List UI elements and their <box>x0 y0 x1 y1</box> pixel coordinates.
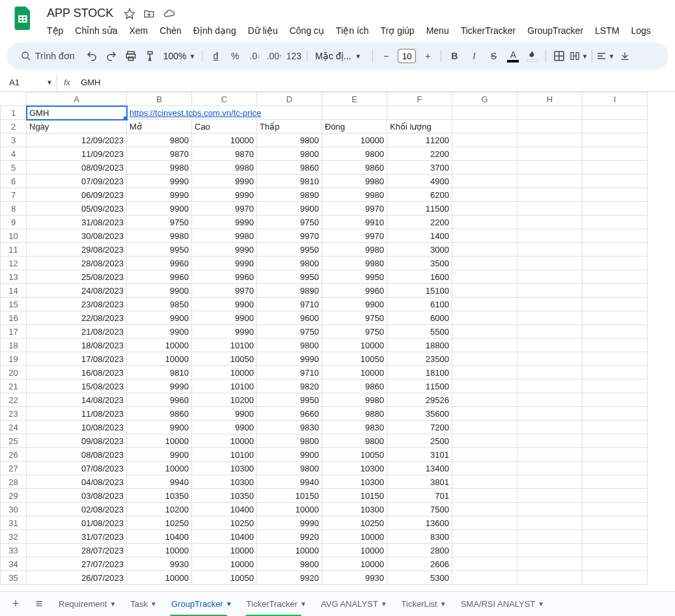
cell[interactable] <box>517 407 583 421</box>
cell[interactable]: 10100 <box>192 380 257 393</box>
menu-lstm[interactable]: LSTM <box>590 23 624 38</box>
cell[interactable]: 10250 <box>192 516 257 530</box>
spreadsheet-grid[interactable]: ABCDEFGHI 1GMHhttps://tcinvest.tcbs.com.… <box>0 92 648 585</box>
cell[interactable]: 9710 <box>257 298 322 311</box>
cell[interactable]: 9750 <box>257 325 322 339</box>
cell[interactable] <box>517 133 583 147</box>
menu-grouptracker[interactable]: GroupTracker <box>522 23 588 38</box>
cell[interactable]: 10400 <box>192 503 257 516</box>
cell[interactable] <box>583 475 648 489</box>
cell[interactable] <box>583 489 648 503</box>
cell[interactable]: 9660 <box>257 407 322 421</box>
cell[interactable]: 9980 <box>322 393 387 407</box>
cell[interactable]: 7500 <box>387 503 452 516</box>
formula-input[interactable]: GMH <box>77 77 670 87</box>
cell[interactable] <box>517 557 583 571</box>
cell[interactable]: 13600 <box>387 516 452 530</box>
cell[interactable]: 16/08/2023 <box>27 366 127 380</box>
cell[interactable]: 9900 <box>192 311 257 325</box>
cell[interactable] <box>452 133 517 147</box>
cell[interactable] <box>517 448 583 462</box>
cell[interactable] <box>452 284 517 298</box>
cell[interactable]: 13400 <box>387 462 452 475</box>
cell[interactable]: 9990 <box>257 352 322 366</box>
cell[interactable]: 2200 <box>387 216 452 229</box>
column-header-I[interactable]: I <box>583 92 648 106</box>
cell[interactable]: 10000 <box>192 366 257 380</box>
cell[interactable]: 07/09/2023 <box>27 175 127 188</box>
cell[interactable]: 18800 <box>387 339 452 352</box>
cell[interactable]: 31/08/2023 <box>27 216 127 229</box>
cell[interactable] <box>452 339 517 352</box>
cell[interactable]: 10300 <box>322 503 387 516</box>
cell[interactable]: 9800 <box>257 133 322 147</box>
cell[interactable]: 5500 <box>387 325 452 339</box>
cell[interactable] <box>517 106 583 120</box>
cell[interactable] <box>452 188 517 202</box>
row-header[interactable]: 28 <box>1 475 27 489</box>
cell[interactable]: 9850 <box>127 298 192 311</box>
cell[interactable]: 10000 <box>127 339 192 352</box>
more-toolbar-button[interactable] <box>616 47 634 65</box>
cell[interactable]: 22/08/2023 <box>27 311 127 325</box>
row-header[interactable]: 15 <box>1 298 27 311</box>
cell[interactable]: 9860 <box>127 407 192 421</box>
cell[interactable]: GMH <box>27 106 127 120</box>
cell[interactable]: Khối lượng <box>387 120 452 133</box>
sheet-tab-grouptracker[interactable]: GroupTracker▼ <box>165 592 239 617</box>
row-header[interactable]: 25 <box>1 434 27 448</box>
cell[interactable] <box>452 202 517 216</box>
row-header[interactable]: 13 <box>1 270 27 284</box>
cell[interactable] <box>517 571 583 585</box>
cell[interactable] <box>583 120 648 133</box>
more-formats-button[interactable]: 123 <box>284 47 303 65</box>
row-header[interactable]: 5 <box>1 161 27 175</box>
cell[interactable]: 3801 <box>387 475 452 489</box>
cell[interactable]: 3700 <box>387 161 452 175</box>
cell[interactable]: 9980 <box>322 175 387 188</box>
cell[interactable]: 03/08/2023 <box>27 489 127 503</box>
cell[interactable]: 9970 <box>192 202 257 216</box>
cell[interactable]: 9990 <box>127 380 192 393</box>
cell[interactable] <box>583 106 648 120</box>
cell[interactable] <box>517 175 583 188</box>
cell[interactable] <box>452 393 517 407</box>
cell[interactable]: 02/08/2023 <box>27 503 127 516</box>
cell[interactable]: 10400 <box>192 530 257 544</box>
cell[interactable] <box>517 298 583 311</box>
cell[interactable]: 9900 <box>257 448 322 462</box>
cell[interactable]: 01/08/2023 <box>27 516 127 530</box>
cell[interactable]: 9900 <box>127 284 192 298</box>
cell[interactable]: 10000 <box>127 571 192 585</box>
cell[interactable]: 28/08/2023 <box>27 257 127 270</box>
menu-chỉnh-sửa[interactable]: Chỉnh sửa <box>70 23 122 38</box>
cell[interactable]: 2800 <box>387 544 452 557</box>
cell[interactable] <box>583 202 648 216</box>
cell[interactable]: 08/08/2023 <box>27 448 127 462</box>
cell[interactable]: 18/08/2023 <box>27 339 127 352</box>
cell[interactable]: 10100 <box>192 448 257 462</box>
row-header[interactable]: 4 <box>1 147 27 161</box>
cell[interactable]: 9800 <box>257 462 322 475</box>
column-header-G[interactable]: G <box>452 92 517 106</box>
cell[interactable] <box>452 147 517 161</box>
cell[interactable] <box>452 120 517 133</box>
cell[interactable] <box>452 229 517 243</box>
row-header[interactable]: 29 <box>1 489 27 503</box>
cell[interactable] <box>583 393 648 407</box>
cell[interactable]: 9800 <box>257 557 322 571</box>
cell[interactable]: Cao <box>192 120 257 133</box>
cell[interactable]: 35600 <box>387 407 452 421</box>
cell[interactable] <box>517 202 583 216</box>
cell[interactable] <box>452 544 517 557</box>
cell[interactable] <box>452 530 517 544</box>
cell[interactable]: 4900 <box>387 175 452 188</box>
cell[interactable]: 9920 <box>257 530 322 544</box>
cell[interactable]: 10000 <box>322 133 387 147</box>
row-header[interactable]: 33 <box>1 544 27 557</box>
cell[interactable] <box>452 421 517 434</box>
row-header[interactable]: 32 <box>1 530 27 544</box>
cell[interactable]: 11/09/2023 <box>27 147 127 161</box>
move-icon[interactable] <box>143 8 155 20</box>
cell[interactable]: 10000 <box>192 434 257 448</box>
